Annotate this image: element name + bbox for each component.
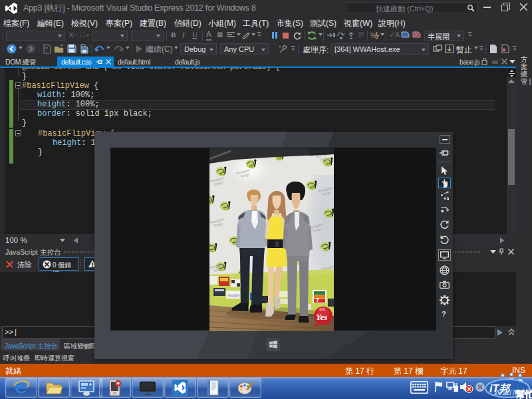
svg-text:Aladdin: Aladdin xyxy=(227,293,240,297)
svg-text:7: 7 xyxy=(316,297,319,303)
svg-text:2012/7/30: 2012/7/30 xyxy=(494,388,525,396)
svg-text:全民: 全民 xyxy=(319,308,326,311)
svg-text:Yes: Yes xyxy=(316,312,327,322)
